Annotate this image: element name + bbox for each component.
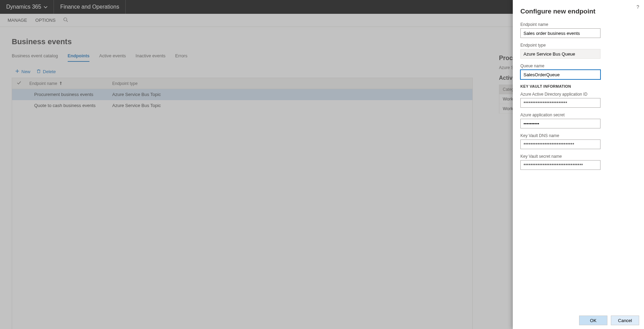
endpoint-name-input[interactable] [520,28,600,38]
ok-button[interactable]: OK [579,316,607,325]
kv-dns-label: Key Vault DNS name [520,133,636,138]
help-icon[interactable]: ? [636,4,639,10]
kv-secret-input[interactable] [520,160,600,170]
queue-name-label: Queue name [520,64,636,68]
queue-name-input[interactable] [520,70,600,79]
slideout-title: Configure new endpoint [520,8,636,15]
key-vault-section-heading: KEY VAULT INFORMATION [520,84,636,88]
aad-app-id-input[interactable] [520,98,600,108]
cancel-button[interactable]: Cancel [611,316,639,325]
app-secret-label: Azure application secret [520,113,636,117]
kv-secret-label: Key Vault secret name [520,154,636,159]
endpoint-name-label: Endpoint name [520,22,636,27]
endpoint-type-label: Endpoint type [520,43,636,48]
app-secret-input[interactable] [520,119,600,128]
configure-endpoint-panel: ? Configure new endpoint Endpoint name E… [513,0,644,329]
slideout-footer: OK Cancel [513,312,644,329]
endpoint-type-input[interactable] [520,49,600,59]
kv-dns-input[interactable] [520,139,600,149]
aad-app-id-label: Azure Active Directory application ID [520,92,636,97]
